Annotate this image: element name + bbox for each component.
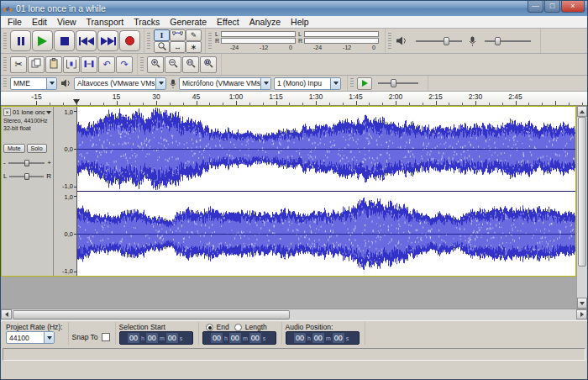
- end-radio-label[interactable]: End: [217, 323, 229, 331]
- redo-button[interactable]: ↷: [116, 56, 133, 73]
- cut-button[interactable]: ✂: [10, 56, 27, 73]
- track-title[interactable]: 01 lone onc: [13, 108, 45, 116]
- zoom-in-button[interactable]: [147, 56, 164, 73]
- host-select[interactable]: MME: [10, 77, 57, 90]
- selection-tool-button[interactable]: I: [154, 29, 170, 41]
- toolbar-grip[interactable]: [3, 33, 7, 49]
- paste-button[interactable]: [45, 56, 62, 73]
- scroll-right-button[interactable]: [576, 309, 587, 319]
- pan-slider-track[interactable]: [9, 176, 44, 177]
- toolbar-grip[interactable]: [388, 33, 391, 49]
- toolbar-grip[interactable]: [147, 33, 150, 49]
- track-area[interactable]: × 01 lone onc Stereo, 44100Hz 32-bit flo…: [1, 106, 587, 309]
- timeshift-tool-button[interactable]: ↔: [170, 41, 186, 53]
- skip-to-start-button[interactable]: [76, 30, 97, 51]
- menu-item-view[interactable]: View: [52, 16, 81, 29]
- menu-item-file[interactable]: File: [3, 16, 27, 29]
- fit-project-button[interactable]: [200, 56, 217, 73]
- mute-button[interactable]: Mute: [3, 144, 25, 153]
- length-radio[interactable]: [234, 324, 242, 331]
- meter-scale-value: -24: [313, 45, 322, 51]
- audio-position-time[interactable]: 00h 00m 00s: [286, 331, 360, 345]
- envelope-tool-button[interactable]: [170, 29, 186, 41]
- menu-item-help[interactable]: Help: [286, 16, 314, 29]
- zoom-toolbar: [138, 54, 222, 75]
- recording-meter[interactable]: L R -24 -12 0: [215, 30, 296, 52]
- play-button[interactable]: [32, 30, 53, 51]
- silence-audio-button[interactable]: [81, 56, 97, 73]
- time-unit: m: [326, 335, 331, 341]
- minimize-button[interactable]: —: [528, 1, 543, 13]
- snap-to-checkbox[interactable]: [102, 333, 110, 341]
- scroll-left-button[interactable]: [1, 309, 12, 319]
- stop-button[interactable]: [54, 30, 75, 51]
- toolbar-grip[interactable]: [208, 33, 212, 49]
- undo-button[interactable]: ↶: [98, 56, 115, 73]
- play-at-speed-button[interactable]: [357, 77, 372, 90]
- waveform-area[interactable]: [77, 107, 575, 276]
- vertical-ruler[interactable]: 1,0 0,0 -1,0 1,0 0,0 -1,0: [54, 107, 77, 276]
- title-bar[interactable]: 01 lone once in a while — □ ×: [1, 1, 587, 16]
- slider-thumb[interactable]: [391, 79, 396, 87]
- selection-end-time[interactable]: 00h 00m 00s: [202, 331, 276, 345]
- copy-button[interactable]: [28, 56, 45, 73]
- pan-slider[interactable]: L R: [3, 172, 51, 180]
- length-radio-label[interactable]: Length: [245, 323, 267, 331]
- project-rate-select[interactable]: 44100: [6, 331, 55, 344]
- track-menu-arrow-icon[interactable]: [46, 111, 51, 114]
- menu-item-transport[interactable]: Transport: [81, 16, 129, 29]
- input-volume-slider[interactable]: [485, 40, 531, 42]
- input-channels-select[interactable]: 1 (Mono) Inpu: [274, 77, 341, 90]
- fit-selection-button[interactable]: [182, 56, 199, 73]
- playback-speed-slider[interactable]: [378, 82, 418, 84]
- vertical-scrollbar[interactable]: [576, 106, 587, 309]
- skip-to-end-button[interactable]: [97, 30, 118, 51]
- vertical-scroll-thumb[interactable]: [578, 117, 586, 267]
- selection-start-time[interactable]: 00h 00m 00s: [119, 331, 193, 345]
- output-volume-slider[interactable]: [416, 40, 462, 42]
- slider-thumb[interactable]: [444, 37, 449, 45]
- track-close-button[interactable]: ×: [3, 108, 11, 116]
- track-control-panel[interactable]: × 01 lone onc Stereo, 44100Hz 32-bit flo…: [2, 107, 54, 276]
- zoom-out-button[interactable]: [165, 56, 181, 73]
- menu-item-edit[interactable]: Edit: [27, 16, 52, 29]
- toolbar-grip[interactable]: [3, 78, 7, 87]
- scroll-up-button[interactable]: [577, 106, 587, 117]
- meter-scale-value: -24: [230, 45, 239, 51]
- end-radio[interactable]: [206, 324, 213, 331]
- waveform-canvas-left[interactable]: [77, 107, 575, 191]
- slider-thumb[interactable]: [24, 160, 29, 166]
- vruler-label: 0,0: [65, 230, 73, 238]
- menu-item-tracks[interactable]: Tracks: [129, 16, 165, 29]
- horizontal-scrollbar[interactable]: [1, 309, 587, 320]
- trim-audio-button[interactable]: [63, 56, 80, 73]
- close-button[interactable]: ×: [561, 1, 585, 13]
- playhead-marker[interactable]: [73, 99, 80, 104]
- output-device-select[interactable]: Altavoces (VMware VMs: [74, 77, 166, 90]
- draw-tool-button[interactable]: ✎: [186, 29, 202, 41]
- menu-item-effect[interactable]: Effect: [212, 16, 244, 29]
- toolbar-grip[interactable]: [3, 57, 7, 71]
- zoom-tool-button[interactable]: [154, 41, 170, 53]
- gain-slider[interactable]: - +: [3, 159, 51, 166]
- timeline-ruler[interactable]: -151530451:001:151:301:452:002:152:302:4…: [1, 92, 587, 106]
- horizontal-scroll-thumb[interactable]: [13, 310, 290, 319]
- input-device-select[interactable]: Micrófono (VMware VMs: [179, 77, 271, 90]
- slider-thumb[interactable]: [495, 37, 501, 45]
- waveform-canvas-right[interactable]: [77, 192, 575, 276]
- channel-separator: [77, 191, 575, 192]
- menu-item-analyze[interactable]: Analyze: [244, 16, 286, 29]
- gain-slider-track[interactable]: [8, 162, 45, 164]
- maximize-button[interactable]: □: [544, 1, 560, 13]
- menu-item-generate[interactable]: Generate: [165, 16, 212, 29]
- toolbar-grip[interactable]: [350, 78, 354, 87]
- toolbar-grip[interactable]: [140, 57, 144, 71]
- ruler-tick: [516, 101, 517, 105]
- pause-button[interactable]: [10, 30, 31, 51]
- playback-meter[interactable]: L R -24 -12 0: [298, 30, 379, 52]
- solo-button[interactable]: Solo: [27, 144, 47, 153]
- record-button[interactable]: [119, 30, 140, 51]
- scroll-down-button[interactable]: [577, 298, 587, 309]
- slider-thumb[interactable]: [24, 173, 29, 180]
- multi-tool-button[interactable]: ∗: [186, 41, 202, 53]
